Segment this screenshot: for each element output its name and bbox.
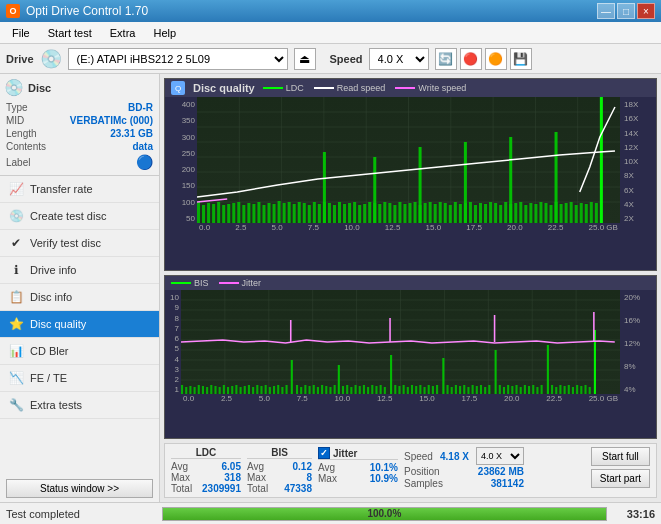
speed-select[interactable]: 4.0 X [369, 48, 429, 70]
sidebar-item-disc-quality[interactable]: ⭐ Disc quality [0, 311, 159, 338]
speed-label: Speed [404, 451, 433, 462]
sidebar-item-create-test-disc[interactable]: 💿 Create test disc [0, 203, 159, 230]
svg-rect-57 [368, 202, 371, 223]
bis-x-20: 20.0 [504, 394, 520, 408]
svg-rect-152 [547, 345, 549, 394]
bis-y-10: 10 [167, 293, 179, 302]
sidebar-item-fe-te[interactable]: 📉 FE / TE [0, 365, 159, 392]
drive-select[interactable]: (E:) ATAPI iHBS212 2 5L09 [68, 48, 288, 70]
jitter-checkbox[interactable]: ✓ [318, 447, 330, 459]
svg-rect-70 [434, 204, 437, 223]
sidebar-item-verify-test-disc[interactable]: ✔ Verify test disc [0, 230, 159, 257]
svg-rect-202 [520, 387, 522, 394]
menu-help[interactable]: Help [145, 24, 184, 42]
start-part-button[interactable]: Start part [591, 469, 650, 488]
create-test-disc-icon: 💿 [8, 208, 24, 224]
svg-rect-144 [277, 385, 279, 394]
bis-x-15: 15.0 [419, 394, 435, 408]
svg-rect-90 [534, 204, 537, 223]
svg-rect-172 [375, 386, 377, 394]
svg-rect-21 [222, 205, 225, 223]
svg-rect-211 [564, 386, 566, 394]
svg-rect-191 [467, 387, 469, 394]
y-right-2x: 2X [624, 214, 654, 223]
svg-rect-73 [449, 205, 452, 223]
svg-rect-82 [494, 203, 497, 223]
bis-stats: BIS Avg 0.12 Max 8 Total 47338 [247, 447, 312, 494]
ldc-header: LDC [171, 447, 241, 459]
close-button[interactable]: × [637, 3, 655, 19]
status-time: 33:16 [615, 508, 655, 520]
config-button1[interactable]: 🔴 [460, 48, 482, 70]
transfer-rate-label: Transfer rate [30, 183, 93, 195]
menu-file[interactable]: File [4, 24, 38, 42]
svg-rect-206 [536, 387, 538, 394]
write-speed-legend-label: Write speed [418, 83, 466, 93]
svg-rect-99 [580, 203, 583, 223]
svg-rect-20 [217, 202, 220, 223]
chart-title: Disc quality [193, 82, 255, 94]
svg-rect-157 [309, 386, 311, 394]
sidebar-item-extra-tests[interactable]: 🔧 Extra tests [0, 392, 159, 419]
svg-rect-64 [403, 204, 406, 223]
disc-mid-label: MID [6, 115, 24, 126]
jitter-legend-label: Jitter [242, 278, 262, 288]
speed-position-stats: Speed 4.18 X 4.0 X Position 23862 MB Sam… [404, 447, 524, 494]
svg-rect-29 [262, 205, 265, 223]
jitter-legend-color [219, 282, 239, 284]
svg-rect-28 [257, 202, 260, 223]
bis-y-7: 7 [167, 324, 179, 333]
svg-rect-158 [313, 385, 315, 394]
bis-x-25: 25.0 GB [589, 394, 620, 408]
menu-extra[interactable]: Extra [102, 24, 144, 42]
start-full-button[interactable]: Start full [591, 447, 650, 466]
svg-rect-87 [519, 202, 522, 223]
x-label-17-5: 17.5 [466, 223, 482, 237]
ldc-legend-color [263, 87, 283, 89]
svg-rect-208 [551, 385, 553, 394]
y-right-8x: 8X [624, 171, 654, 180]
svg-rect-217 [589, 387, 591, 394]
chart-icon: Q [171, 81, 185, 95]
extra-tests-label: Extra tests [30, 399, 82, 411]
speed-value: 4.18 X [440, 451, 469, 462]
minimize-button[interactable]: — [597, 3, 615, 19]
disc-mid-value: VERBATIMc (000) [70, 115, 153, 126]
status-window-button[interactable]: Status window >> [6, 479, 153, 498]
disc-label-icon[interactable]: 🔵 [136, 154, 153, 170]
ldc-total-label: Total [171, 483, 192, 494]
save-button[interactable]: 💾 [510, 48, 532, 70]
config-button2[interactable]: 🟠 [485, 48, 507, 70]
svg-rect-67 [419, 205, 422, 223]
svg-rect-165 [346, 385, 348, 394]
svg-rect-178 [407, 387, 409, 394]
svg-rect-143 [273, 386, 275, 394]
svg-rect-133 [231, 386, 233, 394]
svg-rect-195 [484, 387, 486, 394]
svg-rect-26 [247, 203, 250, 223]
svg-rect-174 [384, 387, 386, 394]
jitter-stats: ✓ Jitter Avg 10.1% Max 10.9% [318, 447, 398, 494]
menu-start-test[interactable]: Start test [40, 24, 100, 42]
y-right-10x: 10X [624, 157, 654, 166]
bis-y-1: 1 [167, 385, 179, 394]
refresh-button[interactable]: 🔄 [435, 48, 457, 70]
extra-tests-icon: 🔧 [8, 397, 24, 413]
svg-rect-160 [321, 385, 323, 394]
y-right-6x: 6X [624, 186, 654, 195]
sidebar-item-disc-info[interactable]: 📋 Disc info [0, 284, 159, 311]
eject-button[interactable]: ⏏ [294, 48, 316, 70]
svg-rect-83 [499, 205, 502, 223]
svg-rect-47 [600, 97, 603, 223]
x-label-2-5: 2.5 [235, 223, 246, 237]
sidebar-item-cd-bler[interactable]: 📊 CD Bler [0, 338, 159, 365]
svg-rect-75 [459, 204, 462, 223]
svg-rect-198 [503, 387, 505, 394]
sidebar-item-drive-info[interactable]: ℹ Drive info [0, 257, 159, 284]
speed-target-select[interactable]: 4.0 X [476, 447, 524, 465]
samples-label: Samples [404, 478, 443, 489]
jitter-y-20: 20% [624, 293, 654, 302]
maximize-button[interactable]: □ [617, 3, 635, 19]
svg-rect-126 [202, 386, 204, 394]
sidebar-item-transfer-rate[interactable]: 📈 Transfer rate [0, 176, 159, 203]
